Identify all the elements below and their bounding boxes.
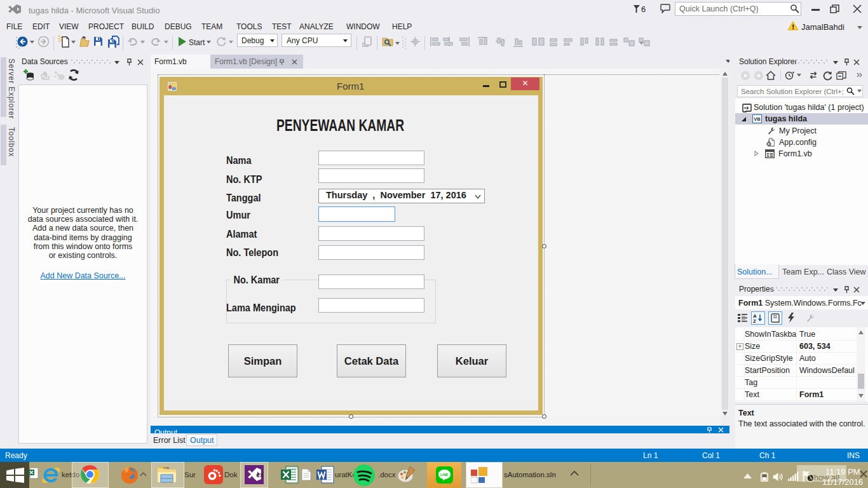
svg-text:LINE: LINE (440, 473, 449, 477)
svg-text:Z: Z (753, 318, 756, 323)
svg-text:6: 6 (641, 4, 646, 13)
